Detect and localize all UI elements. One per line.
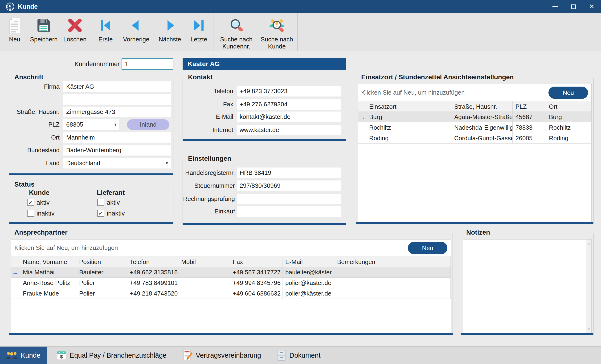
previous-record-button[interactable]: Vorherige <box>119 13 154 51</box>
steuernummer-field[interactable]: 297/830/30969 <box>237 181 341 191</box>
scroll-up-icon[interactable]: ▲ <box>586 241 591 245</box>
table-cell[interactable]: Agata-Meister-Straße ... <box>451 112 513 122</box>
lieferant-aktiv-checkbox[interactable] <box>97 199 104 206</box>
search-customer-button[interactable]: Suche nach Kunde <box>258 13 296 51</box>
window-title: Kunde <box>18 3 38 10</box>
table-cell[interactable]: bauleiter@käster.... <box>282 267 334 278</box>
ansprechpartner-neu-button[interactable]: Neu <box>408 242 447 254</box>
table-cell[interactable] <box>178 278 230 288</box>
minimize-button[interactable] <box>546 0 564 13</box>
lieferant-aktiv-label: aktiv <box>107 199 120 206</box>
plz-combobox[interactable]: 68305 ▾ <box>63 119 119 130</box>
last-record-button[interactable]: Letzte <box>186 13 212 51</box>
row-selector[interactable] <box>358 122 366 133</box>
einsatzort-col-einsatzort[interactable]: Einsatzort <box>366 101 451 112</box>
firma2-field[interactable] <box>63 94 171 105</box>
table-cell[interactable]: Polier <box>76 278 127 288</box>
table-cell[interactable]: +49 604 6886632 <box>230 288 282 299</box>
handelsregister-field[interactable]: HRB 38419 <box>237 168 341 178</box>
table-cell[interactable]: +49 567 3417727 <box>230 267 282 278</box>
fax-field[interactable]: +49 276 6279304 <box>237 99 341 110</box>
einsatzort-new-row-strip[interactable]: Klicken Sie auf Neu, um hinzuzufügen Neu <box>358 84 591 101</box>
einsatzort-neu-button[interactable]: Neu <box>549 86 588 99</box>
row-selector[interactable]: → <box>11 267 20 278</box>
table-cell[interactable]: Bauleiter <box>76 267 127 278</box>
table-cell[interactable]: Burg <box>546 112 591 122</box>
table-cell[interactable]: Burg <box>366 112 451 122</box>
notizen-textarea[interactable] <box>463 239 591 333</box>
strasse-field[interactable]: Zimmergasse 473 <box>63 106 171 117</box>
kunde-inaktiv-checkbox[interactable] <box>27 210 34 217</box>
table-cell[interactable]: +49 218 4743520 <box>127 288 178 299</box>
notizen-scrollbar[interactable]: ▲ ▼ <box>586 239 591 333</box>
delete-button[interactable]: Löschen <box>60 13 90 51</box>
ansprechpartner-col-mobil[interactable]: Mobil <box>178 257 230 267</box>
ansprechpartner-col-position[interactable]: Position <box>76 257 127 267</box>
tab-equal-pay[interactable]: $ Equal Pay / Branchenzuschläge <box>50 347 173 364</box>
email-field[interactable]: kontakt@käster.de <box>237 112 341 122</box>
table-cell[interactable]: Rochlitz <box>366 122 451 133</box>
ansprechpartner-col-email[interactable]: E-Mail <box>282 257 334 267</box>
row-selector[interactable] <box>11 288 20 299</box>
close-button[interactable]: ✕ <box>583 0 601 13</box>
table-cell[interactable]: Nadeshda-Eigenwillig... <box>451 122 513 133</box>
email-label: E-Mail <box>183 112 233 122</box>
kunde-aktiv-label: aktiv <box>37 199 50 206</box>
einsatzort-col-strasse[interactable]: Straße, Hausnr. <box>451 101 513 112</box>
table-cell[interactable]: Roding <box>546 133 591 144</box>
table-cell[interactable]: Polier <box>76 288 127 299</box>
kunde-aktiv-checkbox[interactable]: ✓ <box>27 199 34 206</box>
table-cell[interactable]: +49 783 8499101 <box>127 278 178 288</box>
save-button[interactable]: Speichern <box>27 13 60 51</box>
row-selector[interactable] <box>358 133 366 144</box>
first-record-button[interactable]: Erste <box>93 13 119 51</box>
table-cell[interactable]: Mia Matthäi <box>20 267 76 278</box>
table-cell[interactable]: 78833 <box>513 122 546 133</box>
internet-field[interactable]: www.käster.de <box>237 125 341 135</box>
new-button[interactable]: Neu <box>2 13 27 51</box>
einkauf-field[interactable] <box>237 206 341 217</box>
table-cell[interactable]: polier@käster.de <box>282 278 334 288</box>
maximize-button[interactable] <box>564 0 583 13</box>
telefon-field[interactable]: +49 823 3773023 <box>237 86 341 96</box>
ansprechpartner-col-bemerkungen[interactable]: Bemerkungen <box>334 257 451 267</box>
table-cell[interactable]: 45687 <box>513 112 546 122</box>
ansprechpartner-col-name[interactable]: Name, Vorname <box>20 257 76 267</box>
next-record-button[interactable]: Nächste <box>154 13 186 51</box>
table-cell[interactable]: 26005 <box>513 133 546 144</box>
bundesland-field[interactable]: Baden-Württemberg <box>63 145 171 155</box>
table-cell[interactable] <box>334 267 451 278</box>
rechnungspruefung-field[interactable] <box>237 194 341 204</box>
kundennummer-input[interactable]: 1 <box>121 58 173 70</box>
table-cell[interactable]: Frauke Mude <box>20 288 76 299</box>
table-cell[interactable]: +49 994 8345796 <box>230 278 282 288</box>
tab-kunde[interactable]: Kunde <box>0 347 47 364</box>
search-by-number-button[interactable]: Suche nach Kundennr. <box>215 13 258 51</box>
scroll-down-icon[interactable]: ▼ <box>586 327 591 331</box>
lieferant-inaktiv-checkbox[interactable]: ✓ <box>97 210 104 217</box>
table-cell[interactable] <box>178 267 230 278</box>
table-cell[interactable] <box>178 288 230 299</box>
ansprechpartner-col-telefon[interactable]: Telefon <box>127 257 178 267</box>
row-selector[interactable] <box>11 278 20 288</box>
table-cell[interactable]: +49 662 3135816 <box>127 267 178 278</box>
einsatzort-col-ort[interactable]: Ort <box>546 101 591 112</box>
firma-field[interactable]: Käster AG <box>63 81 171 92</box>
table-cell[interactable]: Roding <box>366 133 451 144</box>
table-cell[interactable] <box>334 278 451 288</box>
table-cell[interactable] <box>334 288 451 299</box>
table-cell[interactable]: polier@käster.de <box>282 288 334 299</box>
land-combobox[interactable]: Deutschland ▾ <box>63 158 171 168</box>
tab-vertragsvereinbarung[interactable]: Vertragsvereinbarung <box>176 347 267 364</box>
ansprechpartner-col-fax[interactable]: Fax <box>230 257 282 267</box>
ansprechpartner-new-row-strip[interactable]: Klicken Sie auf Neu, um hinzuzufügen Neu <box>11 239 451 257</box>
table-cell[interactable]: Anne-Rose Pölitz <box>20 278 76 288</box>
table-cell[interactable]: Cordula-Gunpf-Gasse ... <box>451 133 513 144</box>
einsatzort-col-plz[interactable]: PLZ <box>513 101 546 112</box>
row-selector[interactable]: → <box>358 112 366 122</box>
tab-dokument[interactable]: Dokument <box>271 347 327 364</box>
inland-button[interactable]: Inland <box>127 119 169 130</box>
chevron-down-icon: ▾ <box>114 119 117 130</box>
ort-field[interactable]: Mannheim <box>63 132 171 143</box>
table-cell[interactable]: Rochlitz <box>546 122 591 133</box>
